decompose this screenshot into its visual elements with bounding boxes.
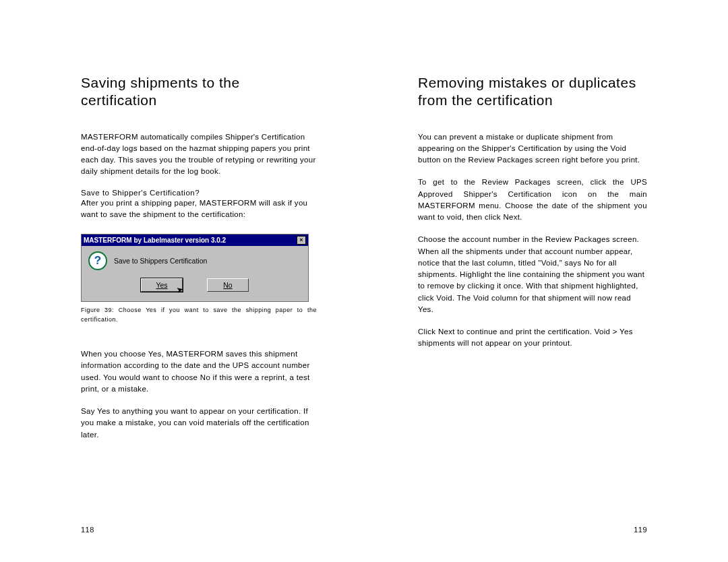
paragraph: When you choose Yes, MASTERFORM saves th… [81,348,317,395]
dialog-window: MASTERFORM by Labelmaster version 3.0.2 … [81,234,309,302]
heading-right: Removing mistakes or duplicates from the… [418,74,647,110]
page-left: Saving shipments to the certification MA… [0,0,364,562]
heading-left: Saving shipments to the certification [81,74,317,110]
document-spread: Saving shipments to the certification MA… [0,0,728,562]
figure-caption: Figure 39: Choose Yes if you want to sav… [81,306,317,324]
paragraph: After you print a shipping paper, MASTER… [81,197,317,221]
page-number-left: 118 [81,526,94,534]
no-button[interactable]: No [207,278,249,292]
paragraph: Choose the account number in the Review … [418,234,647,315]
page-number-right: 119 [634,526,647,534]
dialog-titlebar: MASTERFORM by Labelmaster version 3.0.2 … [82,235,308,246]
cursor-icon: ➤ [175,284,184,295]
subheading: Save to Shipper's Certification? [81,189,317,197]
dialog-message: Save to Shippers Certification [114,257,207,265]
question-icon: ? [88,251,107,270]
close-icon[interactable]: × [297,236,306,245]
dialog-message-row: ? Save to Shippers Certification [88,251,301,270]
dialog-title: MASTERFORM by Labelmaster version 3.0.2 [84,237,226,244]
paragraph: To get to the Review Packages screen, cl… [418,177,647,223]
paragraph: Say Yes to anything you want to appear o… [81,406,317,441]
paragraph: MASTERFORM automatically compiles Shippe… [81,131,317,178]
page-right: Removing mistakes or duplicates from the… [364,0,728,562]
dialog-button-row: Yes ➤ No [88,278,301,294]
paragraph: Click Next to continue and print the cer… [418,326,647,350]
yes-button-label: Yes [156,281,167,289]
yes-button[interactable]: Yes ➤ [141,278,183,292]
dialog-body: ? Save to Shippers Certification Yes ➤ N… [82,246,308,301]
no-button-label: No [223,281,232,289]
paragraph: You can prevent a mistake or duplicate s… [418,131,647,166]
